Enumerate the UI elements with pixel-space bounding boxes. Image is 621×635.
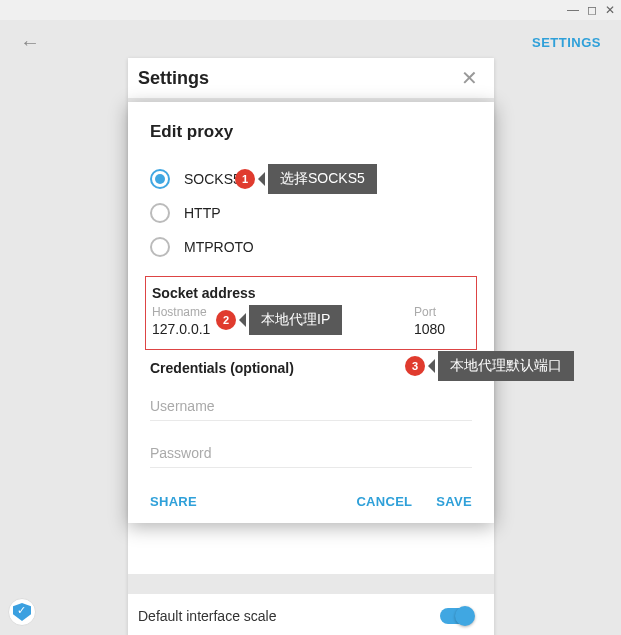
port-input[interactable]: 1080 <box>414 319 470 339</box>
shield-badge[interactable]: ✓ <box>8 598 36 626</box>
badge-number: 2 <box>216 310 236 330</box>
port-label: Port <box>414 305 470 319</box>
radio-label: SOCKS5 <box>184 171 241 187</box>
callout-text: 选择SOCKS5 <box>268 164 377 194</box>
share-button[interactable]: SHARE <box>150 494 197 509</box>
radio-icon <box>150 237 170 257</box>
radio-mtproto[interactable]: MTPROTO <box>150 230 472 264</box>
callout-3: 3 本地代理默认端口 <box>405 351 574 381</box>
settings-title: Settings <box>138 68 209 89</box>
title-bar: — ◻ ✕ <box>0 0 621 20</box>
minimize-button[interactable]: — <box>567 3 579 17</box>
badge-number: 3 <box>405 356 425 376</box>
settings-link[interactable]: SETTINGS <box>532 35 601 50</box>
radio-icon <box>150 203 170 223</box>
socket-header: Socket address <box>152 285 470 301</box>
radio-icon <box>150 169 170 189</box>
callout-text: 本地代理IP <box>249 305 342 335</box>
radio-label: MTPROTO <box>184 239 254 255</box>
cancel-button[interactable]: CANCEL <box>356 494 412 509</box>
radio-label: HTTP <box>184 205 221 221</box>
radio-http[interactable]: HTTP <box>150 196 472 230</box>
close-icon[interactable]: ✕ <box>461 66 478 90</box>
close-button[interactable]: ✕ <box>605 3 615 17</box>
callout-2: 2 本地代理IP <box>216 305 342 335</box>
callout-1: 1 选择SOCKS5 <box>235 164 377 194</box>
default-scale-label: Default interface scale <box>138 608 277 624</box>
arrow-left-icon <box>428 359 435 373</box>
save-button[interactable]: SAVE <box>436 494 472 509</box>
password-input[interactable]: Password <box>150 439 472 468</box>
arrow-left-icon <box>239 313 246 327</box>
back-arrow-icon[interactable]: ← <box>20 31 40 54</box>
dialog-title: Edit proxy <box>150 122 472 142</box>
callout-text: 本地代理默认端口 <box>438 351 574 381</box>
arrow-left-icon <box>258 172 265 186</box>
maximize-button[interactable]: ◻ <box>587 3 597 17</box>
default-scale-toggle[interactable] <box>440 608 474 624</box>
badge-number: 1 <box>235 169 255 189</box>
username-input[interactable]: Username <box>150 392 472 421</box>
